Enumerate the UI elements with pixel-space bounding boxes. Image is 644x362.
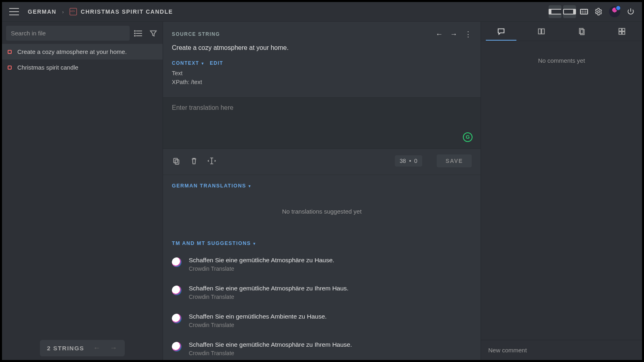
suggestion-source: Crowdin Translate — [189, 350, 472, 356]
avatar[interactable] — [609, 6, 620, 17]
no-translations-message: No translations suggested yet — [163, 192, 481, 232]
keyboard-icon — [580, 9, 588, 14]
editor-pane: SOURCE STRING ← → ⋮ Create a cozy atmosp… — [163, 22, 481, 360]
right-sidebar: No comments yet — [481, 22, 642, 360]
suggestion-item[interactable]: Schaffen Sie ein gemütliches Ambiente zu… — [163, 307, 481, 335]
breadcrumb-file[interactable]: CHRISTMAS SPIRIT CANDLE — [81, 8, 173, 15]
suggestion-text: Schaffen Sie ein gemütliches Ambiente zu… — [189, 313, 472, 320]
pager-next-button[interactable]: → — [110, 344, 118, 352]
source-string-label: SOURCE STRING — [172, 31, 220, 37]
string-list-item[interactable]: Christmas spirit candle — [2, 60, 163, 75]
context-edit-button[interactable]: EDIT — [210, 60, 223, 66]
string-pager: 2 STRINGS ← → — [40, 340, 125, 356]
tab-terms[interactable] — [521, 22, 561, 41]
mt-engine-icon — [172, 286, 182, 295]
suggestion-text: Schaffen Sie eine gemütliche Atmosphäre … — [189, 341, 472, 348]
power-icon — [627, 8, 635, 16]
keyboard-button[interactable] — [578, 5, 590, 18]
no-comments-message: No comments yet — [538, 57, 585, 64]
status-untranslated-icon — [8, 50, 12, 54]
status-untranslated-icon — [8, 66, 12, 70]
string-text: Christmas spirit candle — [17, 64, 78, 71]
pager-label: 2 STRINGS — [47, 345, 85, 352]
suggestion-item[interactable]: Schaffen Sie eine gemütliche Atmosphäre … — [163, 335, 481, 360]
menu-icon[interactable] — [9, 8, 19, 15]
string-list-item[interactable]: Create a cozy atmosphere at your home. — [2, 44, 163, 60]
file-icon — [70, 8, 77, 15]
tab-files[interactable] — [561, 22, 602, 41]
list-icon — [134, 29, 144, 38]
suggestion-source: Crowdin Translate — [189, 322, 472, 328]
tm-suggestions-toggle[interactable]: TM AND MT SUGGESTIONS▼ — [163, 232, 481, 249]
files-icon — [577, 27, 586, 36]
copy-source-button[interactable] — [172, 156, 181, 165]
svg-rect-7 — [174, 158, 178, 162]
grammarly-badge[interactable]: G — [463, 132, 473, 142]
mt-engine-icon — [172, 257, 182, 267]
mt-engine-icon — [172, 342, 182, 352]
panel-right-icon — [563, 9, 576, 14]
toggle-left-panel-button[interactable] — [549, 5, 561, 18]
toggle-right-panel-button[interactable] — [563, 5, 576, 18]
tab-comments[interactable] — [481, 22, 521, 41]
svg-rect-11 — [619, 28, 621, 31]
prev-string-button[interactable]: ← — [436, 30, 443, 39]
suggestion-item[interactable]: Schaffen Sie eine gemütliche Atmosphäre … — [163, 279, 481, 307]
chevron-right-icon: › — [62, 9, 64, 15]
panel-left-icon — [549, 9, 561, 14]
save-button[interactable]: SAVE — [437, 154, 472, 167]
suggestion-source: Crowdin Translate — [189, 265, 472, 272]
new-comment-input[interactable] — [488, 347, 635, 354]
suggestion-text: Schaffen Sie eine gemütliche Atmosphäre … — [189, 285, 472, 292]
svg-rect-13 — [619, 31, 621, 34]
breadcrumb-language[interactable]: GERMAN — [28, 8, 56, 15]
svg-rect-12 — [622, 28, 625, 31]
svg-rect-14 — [622, 31, 625, 34]
top-bar: GERMAN › CHRISTMAS SPIRIT CANDLE — [2, 2, 642, 22]
search-input[interactable] — [6, 26, 130, 41]
logout-button[interactable] — [624, 5, 637, 18]
text-selection-button[interactable] — [207, 156, 216, 165]
mt-engine-icon — [172, 314, 182, 323]
left-sidebar: Create a cozy atmosphere at your home. C… — [2, 22, 163, 360]
filter-icon — [149, 29, 158, 38]
gear-icon — [594, 8, 603, 16]
context-body: Text XPath: /text — [163, 68, 481, 94]
context-toggle[interactable]: CONTEXT▼ — [172, 60, 205, 66]
pager-prev-button[interactable]: ← — [93, 344, 101, 352]
book-open-icon — [537, 27, 546, 36]
more-actions-button[interactable]: ⋮ — [464, 30, 472, 39]
char-count: 38 • 0 — [395, 155, 422, 167]
svg-point-4 — [134, 31, 135, 31]
suggestion-text: Schaffen Sie eine gemütliche Atmosphäre … — [189, 257, 472, 264]
next-string-button[interactable]: → — [450, 30, 457, 39]
comment-icon — [497, 27, 506, 36]
translation-placeholder: Enter translation here — [172, 104, 233, 111]
german-translations-toggle[interactable]: GERMAN TRANSLATIONS▼ — [163, 175, 481, 192]
source-string-text: Create a cozy atmosphere at your home. — [163, 40, 481, 59]
svg-point-0 — [598, 11, 600, 13]
svg-point-6 — [134, 35, 135, 36]
svg-rect-8 — [175, 160, 179, 164]
settings-button[interactable] — [592, 5, 605, 18]
translation-input[interactable]: Enter translation here G — [163, 97, 481, 149]
suggestion-item[interactable]: Schaffen Sie eine gemütliche Atmosphäre … — [163, 251, 481, 279]
grid-icon — [617, 27, 626, 36]
clear-button[interactable] — [190, 156, 198, 165]
view-mode-button[interactable] — [134, 28, 144, 39]
svg-point-5 — [134, 33, 135, 34]
tab-info[interactable] — [602, 22, 642, 41]
string-text: Create a cozy atmosphere at your home. — [17, 48, 127, 55]
suggestion-source: Crowdin Translate — [189, 294, 472, 300]
filter-button[interactable] — [148, 28, 159, 39]
